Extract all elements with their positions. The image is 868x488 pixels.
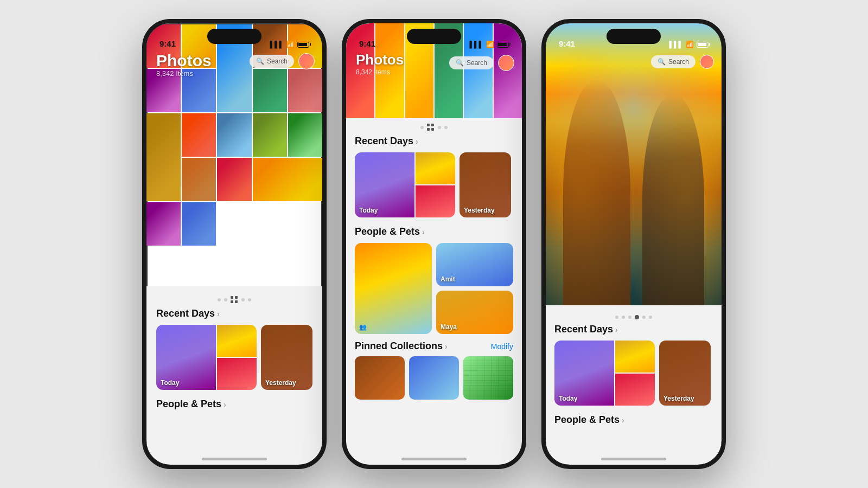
phone-2: Photos 8,342 Items 🔍 Search [342,19,526,469]
dot-grid-active[interactable] [231,296,238,304]
phone3-recent-days-chevron[interactable]: › [615,325,618,334]
phone-3: Favorites ♥ LIBRARY 🔍 Search [541,19,726,469]
phone2-header: Photos 8,342 Items [356,52,404,76]
phone2-today-label: Today [359,207,378,214]
p2-dot-grid[interactable] [427,124,435,131]
phone3-yesterday-label: Yesterday [663,395,694,402]
pinned-card-3[interactable] [463,356,513,400]
photo-cell[interactable] [182,202,216,246]
phone2-recent-days-chevron[interactable]: › [416,137,418,146]
phone3-avatar[interactable] [700,55,714,69]
phone1-recent-days-section: Recent Days › [156,308,312,319]
people-card-large[interactable]: 👥 [355,243,432,334]
sub-thumb-2 [217,358,257,390]
photo-cell[interactable] [146,113,181,201]
photo-cell[interactable] [253,113,287,157]
p3-dot-2[interactable] [622,316,625,319]
phone-1: Photos 8,342 Items 🔍 Search [142,19,327,469]
wifi-icon: 📶 [286,41,295,48]
phone1-recent-days-chevron[interactable]: › [217,310,220,318]
phone1-time: 9:41 [159,39,176,48]
dot-5[interactable] [248,298,251,301]
phone3-people-label: People & Pets [554,414,620,426]
p3-wifi-icon: 📶 [686,41,694,48]
phone1-people-label: People & Pets [156,399,221,410]
pinned-card-1[interactable] [355,356,405,400]
p2-battery-icon [497,42,509,48]
phone3-recent-days-row: Today Yesterday [554,341,713,406]
p2-sub-2 [416,185,455,217]
phone2-dynamic-island [407,29,461,44]
phone2-pinned-label: Pinned Collections [355,341,443,352]
phone2-yesterday-card[interactable]: Yesterday [459,152,511,217]
p3-dot-3[interactable] [628,316,631,319]
phone1-yesterday-label: Yesterday [265,379,296,387]
pinned-card-2[interactable] [409,356,459,400]
photo-cell[interactable] [146,202,181,246]
phone3-people-chevron[interactable]: › [622,416,624,425]
phone2-search-label: Search [467,59,487,67]
p3-today-sub [615,341,655,406]
phone2-people-chevron[interactable]: › [422,228,425,236]
phone2-search-pill[interactable]: 🔍 Search [449,56,494,69]
phone1-search-pill[interactable]: 🔍 Search [250,55,294,68]
phone3-bg: Favorites ♥ LIBRARY 🔍 Search [546,23,722,465]
photo-cell[interactable] [288,113,322,157]
p2-sub-1 [416,152,455,184]
p2-dot-4[interactable] [444,126,448,129]
phone1-today-card[interactable]: Today [156,325,257,390]
p3-dot-5[interactable] [642,316,646,319]
phone2-pinned-chevron[interactable]: › [445,342,448,351]
photo-cell[interactable] [182,158,216,201]
phone2-recent-days-section: Recent Days › [355,136,513,147]
pinned-title-row: Pinned Collections › [355,341,448,352]
phone1-yesterday-card[interactable]: Yesterday [261,325,312,390]
phone3-search-row: 🔍 Search [651,55,714,69]
p2-dot-1[interactable] [420,126,424,129]
phone2-scroll: Recent Days › [346,118,522,465]
phone2-avatar[interactable] [498,55,514,71]
p3-sub-2 [615,374,655,406]
signal-icon: ▌▌▌ [270,41,284,48]
phone2-screen: Photos 8,342 Items 🔍 Search [346,23,522,465]
phone3-yesterday-card[interactable]: Yesterday [659,341,711,406]
dot-1[interactable] [218,298,221,301]
phone2-home-indicator [401,458,467,460]
phone2-today-card[interactable]: Today [355,152,455,217]
phone3-search-pill[interactable]: 🔍 Search [651,55,695,68]
amit-label: Amit [441,275,455,283]
p2-dot-3[interactable] [438,126,441,129]
phone1-home-indicator [202,458,267,460]
phone3-today-card[interactable]: Today [554,341,655,406]
phone3-today-label: Today [559,395,577,402]
phone2-recent-days-label: Recent Days [355,136,413,147]
dot-2[interactable] [224,298,227,301]
dot-4[interactable] [241,298,245,301]
phone2-bg: Photos 8,342 Items 🔍 Search [346,23,522,465]
p3-dot-1[interactable] [615,316,618,319]
people-maya-card[interactable]: Maya [436,291,513,334]
phone2-modify-btn[interactable]: Modify [491,342,513,351]
p3-dot-active[interactable] [635,315,639,319]
photo-cell[interactable] [182,113,216,157]
phone2-time: 9:41 [359,39,375,48]
phone1-people-chevron[interactable]: › [224,400,226,409]
p3-dot-6[interactable] [649,316,652,319]
people-right-col: Amit Maya [436,243,513,334]
phone1-scroll: Recent Days › Today [146,286,322,465]
phone3-dynamic-island [607,29,661,44]
people-amit-card[interactable]: Amit [436,243,513,286]
phone2-pinned-row [355,356,513,400]
photo-cell[interactable] [217,158,251,201]
phone1-status-icons: ▌▌▌ 📶 [270,41,309,48]
photo-cell[interactable] [217,113,251,157]
phone1-recent-days-row: Today Yesterday [156,325,312,390]
phone2-dots [355,124,513,131]
p2-wifi-icon: 📶 [486,41,494,48]
phone2-people-section: People & Pets › [355,226,513,237]
photo-cell[interactable] [253,158,322,201]
phone1-avatar[interactable] [298,53,315,69]
phone3-people-section: People & Pets › [554,414,713,426]
people-icon-label: 👥 [359,324,367,331]
phone2-status-icons: ▌▌▌ 📶 [469,41,509,48]
